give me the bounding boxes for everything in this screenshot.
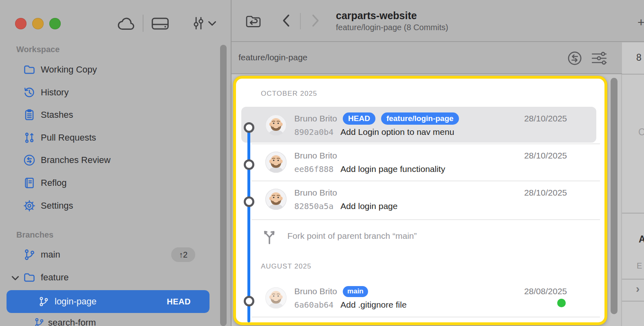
clipboard-icon <box>23 109 35 121</box>
git-branch-icon <box>23 249 35 261</box>
current-branch-label: feature/login-page <box>238 53 307 62</box>
folder-icon <box>23 64 35 76</box>
branch-name: login-page <box>55 296 97 307</box>
sidebar-branch-main[interactable]: main ↑2 <box>0 248 220 262</box>
commit-date: 28/08/2025 <box>524 286 567 296</box>
history-clock-icon <box>23 86 35 99</box>
commit-date: 28/10/2025 <box>524 151 567 161</box>
commit-date: 28/10/2025 <box>524 114 567 123</box>
commit-date: 28/10/2025 <box>524 188 567 198</box>
commit-node <box>244 196 254 207</box>
chevron-down-icon[interactable] <box>11 275 20 281</box>
avatar <box>265 189 287 210</box>
sidebar-scrollbar[interactable] <box>220 45 227 326</box>
add-button[interactable]: + <box>637 15 644 29</box>
sidebar-item-working-copy[interactable]: Working Copy <box>0 63 220 77</box>
branch-settings-icon[interactable] <box>190 14 207 32</box>
commit-subject-row[interactable]: 82850a5a Add login page <box>294 200 397 212</box>
ahead-count-badge: ↑2 <box>171 247 195 262</box>
panel-partial-text: A <box>639 234 644 245</box>
commit-hash: 8902a0b4 <box>294 127 333 137</box>
pull-request-icon <box>23 132 35 144</box>
commit-hash: ee86f888 <box>294 164 333 174</box>
app-window: Workspace Working Copy History <box>0 0 644 326</box>
nav-divider <box>300 13 301 29</box>
compare-circle-icon <box>23 154 35 166</box>
cloud-icon[interactable] <box>117 17 136 31</box>
filter-settings-icon[interactable] <box>591 51 607 65</box>
sidebar-item-branches-review[interactable]: Branches Review <box>0 153 220 167</box>
sidebar-branch-search-form[interactable]: search-form <box>0 316 220 326</box>
sidebar-branch-login-page-selected[interactable]: login-page HEAD <box>7 290 210 313</box>
commit-list-highlight-box: OCTOBER 2025 Bruno Brito HEAD feature/lo… <box>233 76 607 325</box>
sidebar-item-reflog[interactable]: Reflog <box>0 176 220 190</box>
minimize-window-button[interactable] <box>32 18 44 29</box>
head-badge: HEAD <box>343 112 375 125</box>
sidebar-item-settings[interactable]: Settings <box>0 199 220 213</box>
back-button[interactable] <box>281 14 291 27</box>
panel-divider <box>622 213 644 214</box>
avatar <box>265 152 287 173</box>
compare-icon[interactable] <box>567 51 582 66</box>
avatar <box>265 115 287 136</box>
header-divider <box>232 41 644 42</box>
panel-divider <box>622 74 644 75</box>
repository-subtitle: feature/login-page (8 Commits) <box>336 23 448 32</box>
git-branch-icon <box>38 296 49 307</box>
forward-button[interactable] <box>311 14 320 27</box>
repository-icon[interactable] <box>245 13 262 28</box>
commit-author: Bruno Brito <box>294 151 337 161</box>
branch-badge: main <box>343 286 368 297</box>
panel-partial-text: 8 <box>636 52 642 63</box>
chevron-down-icon[interactable] <box>207 20 217 27</box>
branches-section-label: Branches <box>16 230 53 240</box>
panel-disclosure-chevron[interactable]: › <box>636 282 640 295</box>
commit-meta-row[interactable]: Bruno Brito <box>294 150 337 162</box>
commit-section-header: AUGUST 2025 <box>261 262 311 271</box>
commit-subject-row[interactable]: ee86f888 Add login page functionality <box>294 163 445 175</box>
branch-name: main <box>41 249 60 260</box>
commit-meta-row[interactable]: Bruno Brito main <box>294 285 368 297</box>
commit-meta-row[interactable]: Bruno Brito <box>294 187 337 199</box>
main-header: + <box>232 0 644 42</box>
sidebar-item-label: Reflog <box>41 178 67 188</box>
commit-author: Bruno Brito <box>294 188 337 198</box>
commit-subject-row[interactable]: 8902a0b4 Add Login option to nav menu <box>294 126 454 138</box>
commit-node <box>244 159 254 170</box>
folder-icon <box>23 271 35 284</box>
sidebar: Workspace Working Copy History <box>0 0 231 326</box>
sidebar-branch-folder-feature[interactable]: feature <box>0 271 220 284</box>
commit-hash: 6a60ab64 <box>294 300 333 310</box>
fork-point-icon <box>262 229 277 245</box>
sidebar-item-label: Settings <box>41 200 73 211</box>
commit-message: Add .gitignore file <box>340 300 406 310</box>
branch-name: search-form <box>48 317 96 326</box>
row-separator <box>251 143 600 144</box>
fork-point-note: Fork point of parent branch “main” <box>287 231 417 241</box>
commit-list-scrollbar[interactable] <box>611 78 618 314</box>
commit-author: Bruno Brito <box>294 286 337 296</box>
commit-meta-row[interactable]: Bruno Brito HEAD feature/login-page <box>294 112 459 125</box>
commit-graph-line <box>247 128 250 322</box>
avatar <box>265 287 287 308</box>
sidebar-item-stashes[interactable]: Stashes <box>0 108 220 122</box>
sidebar-item-label: Stashes <box>41 110 73 120</box>
commit-node <box>244 122 254 133</box>
gear-icon <box>23 200 35 212</box>
panel-divider <box>622 301 644 302</box>
journal-icon <box>23 177 35 189</box>
commit-details-panel-partial: 8 C A E › <box>622 42 644 326</box>
sidebar-item-label: History <box>41 87 68 98</box>
repository-title: carparts-website <box>336 10 417 22</box>
close-window-button[interactable] <box>15 18 26 29</box>
local-drive-icon[interactable] <box>151 16 169 31</box>
panel-partial-text: E <box>637 261 642 271</box>
head-indicator: HEAD <box>167 297 191 306</box>
sidebar-item-pull-requests[interactable]: Pull Requests <box>0 131 220 145</box>
row-separator <box>251 219 600 220</box>
zoom-window-button[interactable] <box>49 18 61 29</box>
commit-subject-row[interactable]: 6a60ab64 Add .gitignore file <box>294 299 407 311</box>
branch-badge: feature/login-page <box>381 112 459 125</box>
sidebar-item-history[interactable]: History <box>0 86 220 99</box>
panel-divider <box>622 279 644 280</box>
